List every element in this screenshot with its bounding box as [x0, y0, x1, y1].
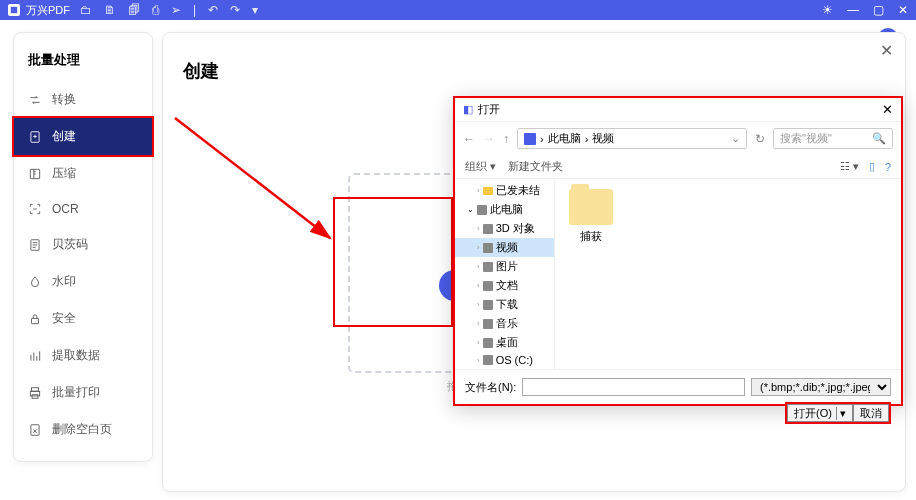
more-icon[interactable]: ▾ — [252, 3, 258, 17]
sidebar-item-bates[interactable]: 贝茨码 — [14, 226, 152, 263]
tree-item[interactable]: › OS (C:) — [455, 352, 554, 368]
sidebar: 批量处理 转换 创建 压缩 OCR 贝茨码 水印 安全 提取数据 批量打印 删除… — [13, 32, 153, 462]
annotation-highlight: 打开(O)▾ 取消 — [785, 402, 891, 424]
divider: | — [193, 3, 196, 17]
sidebar-item-watermark[interactable]: 水印 — [14, 263, 152, 300]
page-title: 创建 — [163, 33, 905, 93]
refresh-icon[interactable]: ↻ — [755, 132, 765, 146]
tip-icon[interactable]: ☀ — [822, 3, 833, 17]
titlebar: 万兴PDF 🗀 🗎 🗐 ⎙ ➢ | ↶ ↷ ▾ ☀ — ▢ ✕ — [0, 0, 916, 20]
save-as-icon[interactable]: 🗐 — [128, 3, 140, 17]
tree-item[interactable]: › 音乐 — [455, 314, 554, 333]
sidebar-item-extract[interactable]: 提取数据 — [14, 337, 152, 374]
chevron-down-icon[interactable]: ⌄ — [731, 132, 740, 145]
tree-item[interactable]: › 文档 — [455, 276, 554, 295]
cancel-button[interactable]: 取消 — [853, 404, 889, 422]
dialog-app-icon: ◧ — [463, 103, 473, 116]
watermark-icon — [28, 275, 42, 289]
search-input[interactable]: 搜索"视频" 🔍 — [773, 128, 893, 149]
svg-rect-0 — [11, 7, 17, 13]
dialog-title: 打开 — [478, 102, 500, 117]
dialog-close-icon[interactable]: ✕ — [882, 102, 893, 117]
search-icon: 🔍 — [872, 132, 886, 145]
tree-item[interactable]: › 图片 — [455, 257, 554, 276]
svg-rect-5 — [32, 318, 39, 323]
annotation-highlight — [333, 197, 453, 327]
sidebar-title: 批量处理 — [14, 41, 152, 81]
print-icon[interactable]: ⎙ — [152, 3, 159, 17]
window-controls: ☀ — ▢ ✕ — [822, 3, 908, 17]
preview-pane-icon[interactable]: ▯ — [869, 160, 875, 173]
sidebar-item-security[interactable]: 安全 — [14, 300, 152, 337]
chart-icon — [28, 349, 42, 363]
sidebar-item-ocr[interactable]: OCR — [14, 192, 152, 226]
chevron-down-icon[interactable]: ▾ — [836, 407, 846, 420]
sidebar-item-convert[interactable]: 转换 — [14, 81, 152, 118]
app-logo-icon — [8, 4, 20, 16]
tree-item[interactable]: › 视频 — [455, 238, 554, 257]
remove-page-icon — [28, 423, 42, 437]
tree-item[interactable]: ⌄ 此电脑 — [455, 200, 554, 219]
folder-item[interactable]: 捕获 — [569, 189, 613, 244]
file-open-dialog: ◧ 打开 ✕ ← → ↑ › 此电脑 › 视频 ⌄ ↻ 搜索"视频" 🔍 组织 … — [453, 96, 903, 406]
svg-rect-6 — [32, 387, 39, 391]
create-icon — [28, 130, 42, 144]
sidebar-item-compress[interactable]: 压缩 — [14, 155, 152, 192]
breadcrumb[interactable]: › 此电脑 › 视频 ⌄ — [517, 128, 747, 149]
share-icon[interactable]: ➢ — [171, 3, 181, 17]
toolbar-icons: 🗀 🗎 🗐 ⎙ ➢ | ↶ ↷ ▾ — [80, 3, 258, 17]
lock-icon — [28, 312, 42, 326]
tree-item[interactable]: › 桌面 — [455, 333, 554, 352]
help-icon[interactable]: ? — [885, 161, 891, 173]
ocr-icon — [28, 202, 42, 216]
maximize-icon[interactable]: ▢ — [873, 3, 884, 17]
file-filter-select[interactable]: (*.bmp;*.dib;*.jpg;*.jpeg;*.jpe — [751, 378, 891, 396]
convert-icon — [28, 93, 42, 107]
dialog-footer: 文件名(N): (*.bmp;*.dib;*.jpg;*.jpeg;*.jpe … — [455, 369, 901, 432]
tree-item[interactable]: › 下载 — [455, 295, 554, 314]
tree-item[interactable]: › 3D 对象 — [455, 219, 554, 238]
folder-tree: › 已发未结⌄ 此电脑› 3D 对象› 视频› 图片› 文档› 下载› 音乐› … — [455, 179, 555, 369]
compress-icon — [28, 167, 42, 181]
folder-icon — [569, 189, 613, 225]
minimize-icon[interactable]: — — [847, 3, 859, 17]
print-icon — [28, 386, 42, 400]
pc-icon — [524, 133, 536, 145]
nav-back-icon[interactable]: ← — [463, 132, 475, 146]
close-window-icon[interactable]: ✕ — [898, 3, 908, 17]
sidebar-item-create[interactable]: 创建 — [12, 116, 154, 157]
new-folder-button[interactable]: 新建文件夹 — [508, 159, 563, 174]
filename-label: 文件名(N): — [465, 380, 516, 395]
close-panel-icon[interactable]: ✕ — [880, 41, 893, 60]
svg-rect-9 — [31, 424, 39, 435]
redo-icon[interactable]: ↷ — [230, 3, 240, 17]
app-name: 万兴PDF — [26, 3, 70, 18]
nav-forward-icon[interactable]: → — [483, 132, 495, 146]
sidebar-item-batch-print[interactable]: 批量打印 — [14, 374, 152, 411]
organize-menu[interactable]: 组织 ▾ — [465, 159, 496, 174]
svg-rect-8 — [32, 394, 38, 398]
nav-up-icon[interactable]: ↑ — [503, 132, 509, 146]
open-button[interactable]: 打开(O)▾ — [787, 404, 853, 422]
dialog-toolbar: 组织 ▾ 新建文件夹 ☷ ▾ ▯ ? — [455, 155, 901, 179]
save-icon[interactable]: 🗎 — [104, 3, 116, 17]
undo-icon[interactable]: ↶ — [208, 3, 218, 17]
view-mode-icon[interactable]: ☷ ▾ — [840, 160, 859, 173]
dialog-nav: ← → ↑ › 此电脑 › 视频 ⌄ ↻ 搜索"视频" 🔍 — [455, 122, 901, 155]
folder-icon[interactable]: 🗀 — [80, 3, 92, 17]
sidebar-item-remove-blank[interactable]: 删除空白页 — [14, 411, 152, 448]
filename-input[interactable] — [522, 378, 745, 396]
dialog-titlebar: ◧ 打开 ✕ — [455, 98, 901, 122]
file-list[interactable]: 捕获 — [555, 179, 901, 369]
tree-item[interactable]: › 已发未结 — [455, 181, 554, 200]
bates-icon — [28, 238, 42, 252]
